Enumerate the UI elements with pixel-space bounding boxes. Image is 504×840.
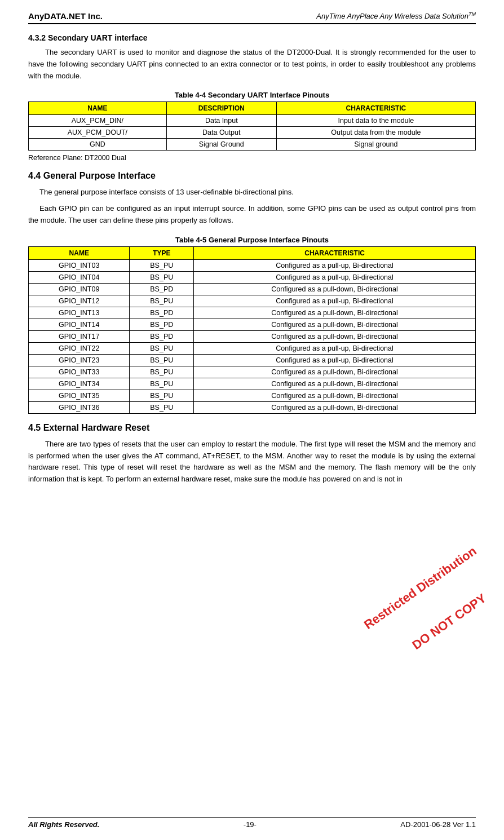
table-row: AUX_PCM_DOUT/Data OutputOutput data from…	[29, 127, 476, 139]
table-45-header-row: NAME TYPE CHARACTERISTIC	[29, 246, 476, 259]
page: AnyDATA.NET Inc. AnyTime AnyPlace Any Wi…	[0, 0, 504, 840]
table-row: AUX_PCM_DIN/Data InputInput data to the …	[29, 115, 476, 127]
table-45-col-type: TYPE	[130, 246, 194, 259]
footer-version: AD-2001-06-28 Ver 1.1	[400, 820, 476, 829]
table-row: GPIO_INT35BS_PUConfigured as a pull-down…	[29, 390, 476, 401]
table-row: GPIO_INT14BS_PDConfigured as a pull-down…	[29, 319, 476, 330]
table-44-header-row: NAME DESCRIPTION CHARACTERISTIC	[29, 102, 476, 115]
table-row: GPIO_INT03BS_PUConfigured as a pull-up, …	[29, 259, 476, 271]
table-44-container: Table 4-4 Secondary UART Interface Pinou…	[28, 91, 476, 162]
table-row: GNDSignal GroundSignal ground	[29, 139, 476, 151]
table-44-col-description: DESCRIPTION	[166, 102, 276, 115]
watermark: Restricted Distribution DO NOT COPY	[386, 581, 487, 682]
watermark-line1: Restricted Distribution	[361, 543, 479, 632]
section-432-body: The secondary UART is used to monitor an…	[28, 47, 476, 82]
page-header: AnyDATA.NET Inc. AnyTime AnyPlace Any Wi…	[28, 11, 476, 24]
table-45: NAME TYPE CHARACTERISTIC GPIO_INT03BS_PU…	[28, 246, 476, 414]
section-45: 4.5 External Hardware Reset There are tw…	[28, 423, 476, 485]
watermark-line2: DO NOT COPY	[409, 591, 489, 653]
table-45-container: Table 4-5 General Purpose Interface Pino…	[28, 236, 476, 414]
table-44-col-characteristic: CHARACTERISTIC	[276, 102, 475, 115]
table-row: GPIO_INT04BS_PUConfigured as a pull-up, …	[29, 271, 476, 283]
table-row: GPIO_INT23BS_PUConfigured as a pull-up, …	[29, 354, 476, 366]
section-432: 4.3.2 Secondary UART interface The secon…	[28, 33, 476, 82]
section-44: 4.4 General Purpose Interface The genera…	[28, 171, 476, 226]
table-44-reference: Reference Plane: DT2000 Dual	[28, 154, 476, 162]
table-row: GPIO_INT36BS_PUConfigured as a pull-down…	[29, 401, 476, 413]
table-44-title: Table 4-4 Secondary UART Interface Pinou…	[28, 91, 476, 99]
table-row: GPIO_INT12BS_PUConfigured as a pull-up, …	[29, 295, 476, 307]
table-45-title: Table 4-5 General Purpose Interface Pino…	[28, 236, 476, 244]
table-row: GPIO_INT09BS_PDConfigured as a pull-down…	[29, 283, 476, 295]
company-name: AnyDATA.NET Inc.	[28, 11, 103, 21]
table-45-col-name: NAME	[29, 246, 130, 259]
table-row: GPIO_INT22BS_PUConfigured as a pull-up, …	[29, 342, 476, 354]
section-44-heading: 4.4 General Purpose Interface	[28, 171, 476, 181]
table-row: GPIO_INT34BS_PUConfigured as a pull-down…	[29, 378, 476, 390]
table-row: GPIO_INT13BS_PDConfigured as a pull-down…	[29, 307, 476, 319]
footer-rights: All Rights Reserved.	[28, 820, 99, 829]
table-45-col-characteristic: CHARACTERISTIC	[194, 246, 476, 259]
table-44: NAME DESCRIPTION CHARACTERISTIC AUX_PCM_…	[28, 101, 476, 151]
section-44-para2: Each GPIO pin can be configured as an in…	[28, 203, 476, 227]
table-row: GPIO_INT17BS_PDConfigured as a pull-down…	[29, 330, 476, 342]
page-footer: All Rights Reserved. -19- AD-2001-06-28 …	[28, 817, 476, 829]
section-44-para1: The general purpose interface consists o…	[28, 187, 476, 198]
section-432-heading: 4.3.2 Secondary UART interface	[28, 33, 476, 42]
table-44-col-name: NAME	[29, 102, 167, 115]
tagline: AnyTime AnyPlace Any Wireless Data Solut…	[316, 11, 476, 20]
footer-page-number: -19-	[244, 820, 257, 829]
table-row: GPIO_INT33BS_PUConfigured as a pull-down…	[29, 366, 476, 378]
section-45-heading: 4.5 External Hardware Reset	[28, 423, 476, 433]
section-45-body: There are two types of resets that the u…	[28, 439, 476, 485]
